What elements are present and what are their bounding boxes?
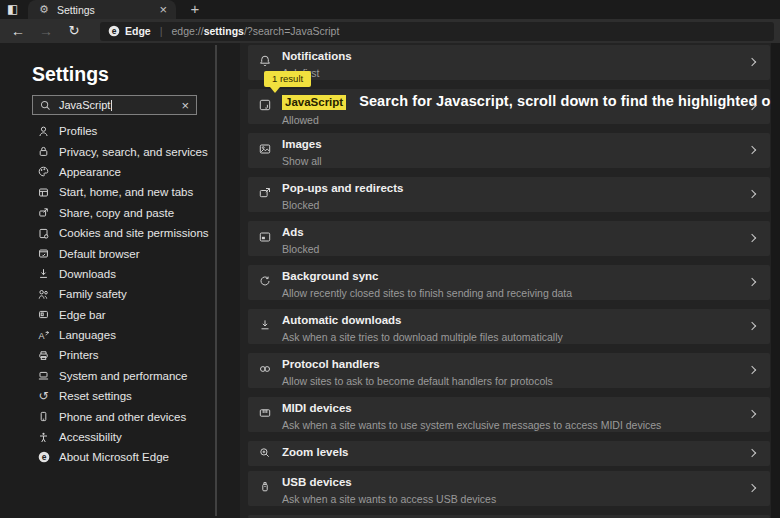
row-subtitle: Blocked xyxy=(282,199,740,211)
url-text: edge://settings/?search=JavaScript xyxy=(172,25,340,37)
url-suffix: /?search=JavaScript xyxy=(244,25,339,37)
sidebar-item-label: Start, home, and new tabs xyxy=(59,186,193,198)
javascript-icon xyxy=(258,98,272,112)
sidebar-scrollbar[interactable] xyxy=(215,45,217,516)
chevron-right-icon xyxy=(748,484,756,492)
edge-badge: e Edge xyxy=(108,25,151,37)
sidebar-item-downloads[interactable]: Downloads xyxy=(0,264,212,284)
lock-icon xyxy=(37,145,50,158)
sidebar-item-start-home[interactable]: Start, home, and new tabs xyxy=(0,182,212,202)
bell-icon xyxy=(258,54,272,68)
gear-icon: ⚙ xyxy=(39,4,49,15)
sidebar-item-profiles[interactable]: Profiles xyxy=(0,121,212,141)
search-icon xyxy=(40,100,51,111)
sidebar-item-privacy[interactable]: Privacy, search, and services xyxy=(0,141,212,161)
search-result-bubble: 1 result xyxy=(264,71,311,87)
reset-icon: ↺ xyxy=(37,390,50,403)
layout-icon xyxy=(37,186,50,199)
permissions-cards: Notifications Ask first JavaScript Searc… xyxy=(248,45,770,518)
search-value: JavaScript xyxy=(59,99,110,111)
back-button[interactable]: ← xyxy=(8,22,28,40)
settings-search-input[interactable]: JavaScript × xyxy=(32,95,197,115)
page-title: Settings xyxy=(32,63,109,86)
row-subtitle: Ask when a site wants to access USB devi… xyxy=(282,493,740,505)
forward-button: → xyxy=(36,22,56,40)
row-protocol-handlers[interactable]: Protocol handlers Allow sites to ask to … xyxy=(248,353,770,388)
address-bar[interactable]: e Edge | edge://settings/?search=JavaScr… xyxy=(100,22,774,41)
tab-close-icon[interactable]: × xyxy=(159,3,167,16)
browser-check-icon xyxy=(37,247,50,260)
sidebar-item-label: About Microsoft Edge xyxy=(59,451,169,463)
sidebar-item-accessibility[interactable]: Accessibility xyxy=(0,427,212,447)
chevron-right-icon xyxy=(748,278,756,286)
url-divider: | xyxy=(160,25,163,37)
window-menu-icon[interactable]: ◧ xyxy=(7,1,18,18)
sidebar-item-languages[interactable]: A Languages xyxy=(0,325,212,345)
sidebar-item-label: Appearance xyxy=(59,166,121,178)
sidebar-item-family-safety[interactable]: Family safety xyxy=(0,284,212,304)
sidebar-item-label: Printers xyxy=(59,349,99,361)
phone-icon xyxy=(37,410,50,423)
row-usb-devices[interactable]: USB devices Ask when a site wants to acc… xyxy=(248,471,770,506)
highlighted-search-match: JavaScript xyxy=(282,95,346,110)
sync-icon xyxy=(258,274,272,288)
sidebar-item-cookies-permissions[interactable]: Cookies and site permissions xyxy=(0,223,212,243)
new-tab-button[interactable]: + xyxy=(186,0,204,19)
row-subtitle: Show all xyxy=(282,155,740,167)
svg-text:e: e xyxy=(41,452,46,462)
chevron-right-icon xyxy=(748,322,756,330)
row-subtitle: Ask when a site wants to use system excl… xyxy=(282,419,740,431)
sidebar-item-phone-devices[interactable]: Phone and other devices xyxy=(0,406,212,426)
sidebar-item-label: Default browser xyxy=(59,248,140,260)
sidebar-item-about-edge[interactable]: e About Microsoft Edge xyxy=(0,447,212,467)
edge-badge-label: Edge xyxy=(125,25,151,37)
share-icon xyxy=(37,206,50,219)
row-midi-devices[interactable]: MIDI devices Ask when a site wants to us… xyxy=(248,397,770,432)
sidebar-item-label: Edge bar xyxy=(59,309,106,321)
url-prefix: edge:// xyxy=(172,25,204,37)
row-javascript[interactable]: JavaScript Search for Javascript, scroll… xyxy=(248,89,770,124)
browser-tab-settings[interactable]: ⚙ Settings × xyxy=(28,0,176,19)
clear-search-icon[interactable]: × xyxy=(181,99,189,112)
popup-icon xyxy=(258,186,272,200)
row-title: Notifications xyxy=(282,50,740,63)
settings-sidebar: Settings JavaScript × Profiles Privacy, … xyxy=(0,43,240,518)
sidebar-item-share-copy[interactable]: Share, copy and paste xyxy=(0,203,212,223)
row-title: Protocol handlers xyxy=(282,358,740,371)
sidebar-item-label: Phone and other devices xyxy=(59,411,186,423)
edge-logo-icon: e xyxy=(108,25,120,37)
content-scrollbar[interactable] xyxy=(771,43,780,518)
row-ads[interactable]: Ads Blocked xyxy=(248,221,770,256)
midi-icon xyxy=(258,406,272,420)
row-title: Ads xyxy=(282,226,740,239)
edge-logo-icon: e xyxy=(37,451,50,464)
row-automatic-downloads[interactable]: Automatic downloads Ask when a site trie… xyxy=(248,309,770,344)
row-title: MIDI devices xyxy=(282,402,740,415)
svg-text:A: A xyxy=(39,331,45,341)
accessibility-icon xyxy=(37,431,50,444)
edge-bar-icon xyxy=(37,308,50,321)
links-icon xyxy=(258,362,272,376)
chevron-right-icon xyxy=(748,366,756,374)
sidebar-item-edge-bar[interactable]: Edge bar xyxy=(0,305,212,325)
sidebar-item-printers[interactable]: Printers xyxy=(0,345,212,365)
sidebar-item-appearance[interactable]: Appearance xyxy=(0,162,212,182)
row-title: Pop-ups and redirects xyxy=(282,182,740,195)
sidebar-item-system-performance[interactable]: System and performance xyxy=(0,366,212,386)
chevron-right-icon xyxy=(748,190,756,198)
row-images[interactable]: Images Show all xyxy=(248,133,770,168)
person-icon xyxy=(37,125,50,138)
svg-text:e: e xyxy=(112,26,117,36)
reload-button[interactable]: ↻ xyxy=(64,22,84,40)
row-notifications[interactable]: Notifications Ask first xyxy=(248,45,770,80)
sidebar-item-reset-settings[interactable]: ↺ Reset settings xyxy=(0,386,212,406)
row-zoom-levels[interactable]: Zoom levels xyxy=(248,441,770,466)
chevron-right-icon xyxy=(748,146,756,154)
row-subtitle: Allow sites to ask to become default han… xyxy=(282,375,740,387)
chevron-right-icon xyxy=(748,58,756,66)
document-gear-icon xyxy=(37,227,50,240)
row-popups[interactable]: Pop-ups and redirects Blocked xyxy=(248,177,770,212)
row-background-sync[interactable]: Background sync Allow recently closed si… xyxy=(248,265,770,300)
row-title: Automatic downloads xyxy=(282,314,740,327)
sidebar-item-default-browser[interactable]: Default browser xyxy=(0,243,212,263)
